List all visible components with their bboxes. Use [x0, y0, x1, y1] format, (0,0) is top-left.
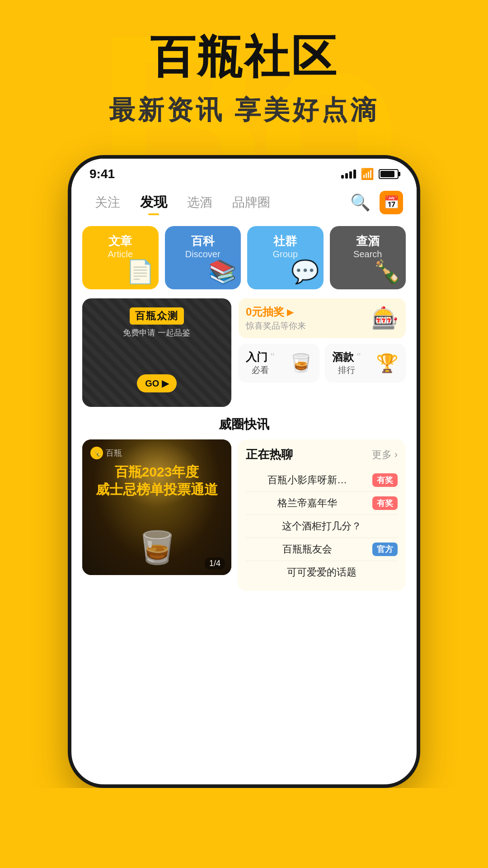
promo-title: 0元抽奖 [246, 305, 284, 319]
cat-icon-discover: 📚 [208, 259, 236, 285]
beginner-card[interactable]: 入门 " 必看 🥃 [239, 344, 319, 382]
news-card[interactable]: 🍾 百瓶 百瓶2023年度威士忌榜单投票通道 🥃 1/4 [82, 439, 231, 575]
tab-follow[interactable]: 关注 [85, 191, 130, 214]
hot-item-text-1: 格兰帝嘉年华 [246, 496, 369, 510]
main-banner[interactable]: 百瓶众测 免费申请 一起品鉴 GO ▶ [82, 298, 231, 407]
hero-section: Bo 百瓶社区 最新资讯 享美好点滴 9:41 📶 [0, 0, 488, 788]
hot-title: 正在热聊 [246, 447, 293, 462]
cat-en-group: Group [254, 249, 316, 259]
banner-content: 百瓶众测 免费申请 一起品鉴 GO ▶ [82, 298, 231, 401]
ranking-card[interactable]: 酒款 " 排行 🏆 [325, 344, 406, 382]
cat-en-article: Article [89, 249, 151, 259]
cat-icon-group: 💬 [291, 259, 319, 285]
cat-icon-article: 📄 [126, 259, 154, 285]
promo-title-row: 0元抽奖 ▶ [246, 305, 306, 319]
hot-item-3[interactable]: 百瓶瓶友会 官方 [246, 538, 398, 561]
hot-item-0[interactable]: 百瓶小影库呀新… 有奖 [246, 469, 398, 492]
hot-item-badge-1: 有奖 [372, 496, 398, 510]
beginner-info: 入门 " 必看 [246, 350, 274, 376]
status-time: 9:41 [89, 167, 115, 181]
promo-icon: 🎰 [371, 306, 399, 331]
tab-discover[interactable]: 发现 [130, 190, 177, 214]
nav-bar: 关注 发现 选酒 品牌圈 🔍 📅 [71, 186, 417, 222]
hot-item-row-0: 百瓶小影库呀新… 有奖 [246, 473, 398, 487]
status-icons: 📶 [341, 168, 399, 180]
banner-subtitle: 免费申请 一起品鉴 [90, 327, 223, 338]
news-content: 🍾 百瓶 百瓶2023年度威士忌榜单投票通道 [82, 439, 231, 505]
cat-en-search: Search [337, 249, 399, 259]
weiquan-title: 威圈快讯 [82, 416, 406, 433]
go-button[interactable]: GO ▶ [137, 374, 177, 392]
calendar-button[interactable]: 📅 [380, 191, 403, 214]
news-row: 🍾 百瓶 百瓶2023年度威士忌榜单投票通道 🥃 1/4 正在热聊 [82, 439, 406, 591]
hot-item-text-3: 百瓶瓶友会 [246, 542, 369, 556]
battery-icon [379, 169, 399, 179]
phone-screen: 9:41 📶 关注 发现 选酒 [68, 155, 420, 788]
banner-section: 百瓶众测 免费申请 一起品鉴 GO ▶ 0元抽奖 ▶ [71, 298, 417, 416]
category-article[interactable]: 文章 Article 📄 [82, 226, 159, 289]
hot-item-4[interactable]: 可可爱爱的话题 [246, 561, 398, 584]
cat-icon-search: 🍾 [373, 259, 401, 285]
signal-icon [341, 170, 356, 179]
ranking-info: 酒款 " 排行 [332, 350, 361, 376]
hero-title: 百瓶社区 [18, 27, 470, 88]
banner-tag: 百瓶众测 [130, 307, 184, 325]
hero-subtitle: 最新资讯 享美好点滴 [18, 93, 470, 128]
cat-name-discover: 百科 [172, 234, 234, 248]
beginner-sub: 必看 [246, 364, 274, 376]
wifi-icon: 📶 [361, 168, 374, 180]
news-bottle-decoration: 🥃 [137, 529, 177, 566]
news-main-title: 百瓶2023年度威士忌榜单投票通道 [90, 463, 223, 498]
category-search[interactable]: 查酒 Search 🍾 [330, 226, 406, 289]
promo-card[interactable]: 0元抽奖 ▶ 惊喜奖品等你来 🎰 [239, 298, 406, 338]
news-logo: 🍾 百瓶 [90, 447, 223, 459]
category-grid: 文章 Article 📄 百科 Discover 📚 社群 Group 💬 查酒… [71, 222, 417, 298]
category-group[interactable]: 社群 Group 💬 [247, 226, 324, 289]
news-logo-icon: 🍾 [90, 447, 103, 459]
hot-item-badge-0: 有奖 [372, 473, 398, 487]
hot-item-row-2: 这个酒柜打几分？ [246, 519, 398, 533]
ranking-title: 酒款 " [332, 350, 361, 364]
hot-item-row-1: 格兰帝嘉年华 有奖 [246, 496, 398, 510]
hot-item-text-0: 百瓶小影库呀新… [246, 473, 369, 487]
promo-info: 0元抽奖 ▶ 惊喜奖品等你来 [246, 305, 306, 332]
search-button[interactable]: 🔍 [350, 193, 371, 212]
promo-subtitle: 惊喜奖品等你来 [246, 320, 306, 332]
mini-cards-row: 入门 " 必看 🥃 酒款 " 排行 🏆 [239, 344, 406, 382]
calendar-icon: 📅 [384, 195, 399, 210]
beginner-icon: 🥃 [290, 353, 312, 374]
cat-name-group: 社群 [254, 234, 316, 248]
hot-talk-panel: 正在热聊 更多 › 百瓶小影库呀新… 有奖 格兰帝嘉年华 [238, 439, 406, 591]
hot-item-text-2: 这个酒柜打几分？ [246, 519, 398, 533]
ranking-icon: 🏆 [376, 353, 399, 374]
tab-select[interactable]: 选酒 [177, 191, 222, 214]
cat-name-article: 文章 [89, 234, 151, 248]
news-pagination: 1/4 [205, 557, 225, 570]
hot-item-row-4: 可可爱爱的话题 [246, 566, 398, 579]
cat-en-discover: Discover [172, 249, 234, 259]
beginner-title: 入门 " [246, 350, 274, 364]
category-discover[interactable]: 百科 Discover 📚 [165, 226, 241, 289]
hot-item-2[interactable]: 这个酒柜打几分？ [246, 515, 398, 538]
promo-arrow: ▶ [287, 307, 294, 317]
hot-item-1[interactable]: 格兰帝嘉年华 有奖 [246, 492, 398, 515]
hot-item-row-3: 百瓶瓶友会 官方 [246, 542, 398, 556]
weiquan-section: 威圈快讯 🍾 百瓶 百瓶2023年度威士忌榜单投票通道 [71, 416, 417, 591]
phone-mockup: 9:41 📶 关注 发现 选酒 [18, 155, 470, 788]
status-bar: 9:41 📶 [71, 159, 417, 186]
nav-actions: 🔍 📅 [350, 191, 403, 214]
side-cards: 0元抽奖 ▶ 惊喜奖品等你来 🎰 入门 " 必看 [239, 298, 406, 407]
cat-name-search: 查酒 [337, 234, 399, 248]
hot-item-badge-3: 官方 [372, 542, 398, 556]
ranking-sub: 排行 [332, 364, 361, 376]
hot-item-text-4: 可可爱爱的话题 [246, 566, 398, 579]
tab-brand[interactable]: 品牌圈 [222, 191, 280, 214]
hot-header: 正在热聊 更多 › [246, 447, 398, 462]
hot-more-button[interactable]: 更多 › [372, 448, 398, 462]
